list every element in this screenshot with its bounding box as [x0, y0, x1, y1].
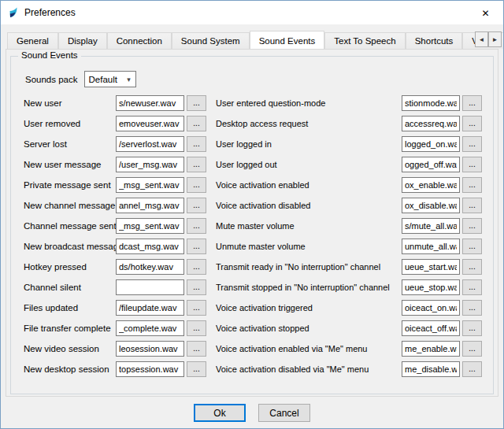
browse-button[interactable]: ... [462, 218, 482, 234]
cancel-button[interactable]: Cancel [258, 404, 310, 422]
close-icon[interactable]: ✕ [468, 1, 503, 24]
sound-file-input[interactable] [116, 361, 184, 377]
sound-event-row: New user ... User entered question-mode … [24, 95, 484, 111]
sound-file-input[interactable] [402, 95, 460, 111]
browse-button[interactable]: ... [187, 259, 206, 275]
browse-button[interactable]: ... [187, 136, 206, 152]
event-label: Transmit ready in "No interruption" chan… [216, 262, 402, 272]
group-title: Sound Events [18, 50, 81, 60]
sound-event-row: New broadcast message ... Unmute master … [24, 239, 484, 254]
browse-button[interactable]: ... [462, 300, 482, 316]
browse-button[interactable]: ... [462, 95, 482, 111]
sound-file-input[interactable] [116, 95, 184, 111]
event-label: New broadcast message [24, 242, 116, 251]
event-label: Private message sent [24, 180, 116, 190]
browse-button[interactable]: ... [462, 341, 482, 357]
ok-button[interactable]: Ok [194, 404, 246, 422]
sound-file-input[interactable] [402, 177, 460, 193]
sound-file-input[interactable] [116, 279, 184, 295]
tab-shortcuts[interactable]: Shortcuts [406, 32, 463, 49]
sound-file-input[interactable] [402, 361, 460, 377]
browse-button[interactable]: ... [462, 259, 482, 275]
sound-file-input[interactable] [402, 320, 460, 336]
browse-button[interactable]: ... [187, 239, 206, 254]
tab-scroll-left-icon[interactable]: ◄ [475, 31, 488, 47]
sound-file-input[interactable] [402, 157, 460, 172]
browse-button[interactable]: ... [187, 116, 206, 131]
event-label: Voice activation triggered [216, 303, 402, 313]
sound-event-row: Hotkey pressed ... Transmit ready in "No… [24, 259, 484, 275]
browse-button[interactable]: ... [462, 320, 482, 336]
browse-button[interactable]: ... [462, 198, 482, 213]
event-label: New user [24, 98, 116, 108]
browse-button[interactable]: ... [187, 157, 206, 172]
sound-file-input[interactable] [116, 320, 184, 336]
event-label: Voice activation enabled [216, 180, 402, 190]
sounds-pack-select[interactable]: Default ▾ [84, 71, 136, 87]
browse-button[interactable]: ... [187, 95, 206, 111]
sound-event-row: Channel message sent ... Mute master vol… [24, 218, 484, 234]
browse-button[interactable]: ... [187, 361, 206, 377]
browse-button[interactable]: ... [187, 177, 206, 193]
browse-button[interactable]: ... [187, 300, 206, 316]
sound-events-page: Sound Events Sounds pack Default ▾ New u… [6, 49, 498, 397]
sound-file-input[interactable] [402, 279, 460, 295]
browse-button[interactable]: ... [462, 279, 482, 295]
sound-file-input[interactable] [116, 239, 184, 254]
browse-button[interactable]: ... [462, 136, 482, 152]
browse-button[interactable]: ... [187, 341, 206, 357]
tab-general[interactable]: General [7, 32, 58, 49]
sound-file-input[interactable] [116, 341, 184, 357]
browse-button[interactable]: ... [462, 177, 482, 193]
sound-event-row: Files updated ... Voice activation trigg… [24, 300, 484, 316]
sound-file-input[interactable] [116, 157, 184, 172]
sound-file-input[interactable] [116, 259, 184, 275]
event-label: Server lost [24, 139, 116, 149]
sound-file-input[interactable] [402, 136, 460, 152]
chevron-down-icon: ▾ [123, 76, 135, 83]
sound-event-row: New desktop session ... Voice activation… [24, 361, 484, 377]
tab-connection[interactable]: Connection [107, 32, 172, 49]
event-label: Voice activation stopped [216, 324, 402, 333]
event-label: User logged in [216, 139, 402, 149]
event-label: New desktop session [24, 364, 116, 374]
dialog-buttons: Ok Cancel [1, 397, 503, 422]
sound-file-input[interactable] [402, 239, 460, 254]
sound-file-input[interactable] [116, 198, 184, 213]
sound-file-input[interactable] [402, 341, 460, 357]
sounds-pack-value: Default [85, 75, 123, 84]
browse-button[interactable]: ... [462, 116, 482, 131]
event-label: Voice activation disabled via "Me" menu [216, 364, 402, 374]
sounds-pack-label: Sounds pack [25, 75, 78, 84]
sound-file-input[interactable] [116, 136, 184, 152]
tab-display[interactable]: Display [58, 32, 107, 49]
tab-sound-events[interactable]: Sound Events [250, 31, 325, 49]
event-label: New video session [24, 344, 116, 353]
sound-file-input[interactable] [116, 218, 184, 234]
sound-file-input[interactable] [116, 116, 184, 131]
tab-text-to-speech[interactable]: Text To Speech [324, 32, 405, 49]
sound-file-input[interactable] [116, 300, 184, 316]
sound-file-input[interactable] [402, 116, 460, 131]
browse-button[interactable]: ... [462, 157, 482, 172]
event-label: User removed [24, 119, 116, 128]
sound-file-input[interactable] [402, 198, 460, 213]
app-icon [7, 6, 20, 19]
sound-event-row: Channel silent ... Transmit stopped in "… [24, 279, 484, 295]
event-label: Files updated [24, 303, 116, 313]
tab-sound-system[interactable]: Sound System [172, 32, 250, 49]
event-label: New user message [24, 160, 116, 169]
sound-file-input[interactable] [402, 259, 460, 275]
sound-file-input[interactable] [402, 218, 460, 234]
browse-button[interactable]: ... [462, 239, 482, 254]
sound-event-row: File transfer complete ... Voice activat… [24, 320, 484, 336]
event-label: Channel message sent [24, 221, 116, 231]
sound-file-input[interactable] [116, 177, 184, 193]
browse-button[interactable]: ... [462, 361, 482, 377]
browse-button[interactable]: ... [187, 198, 206, 213]
browse-button[interactable]: ... [187, 218, 206, 234]
browse-button[interactable]: ... [187, 279, 206, 295]
tab-scroll-right-icon[interactable]: ► [488, 31, 502, 47]
browse-button[interactable]: ... [187, 320, 206, 336]
sound-file-input[interactable] [402, 300, 460, 316]
